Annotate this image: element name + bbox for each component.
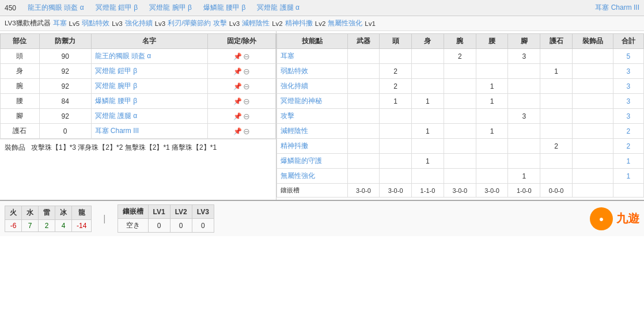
- eq-name-5[interactable]: 耳塞 Charm III: [91, 124, 208, 139]
- skill-name-9: 鑲嵌槽: [277, 184, 348, 198]
- topbar-item3[interactable]: 冥燈龍 腕甲 β: [149, 3, 192, 13]
- topbar-item5[interactable]: 冥燈龍 護腿 α: [257, 3, 300, 13]
- remove-icon-5[interactable]: ⊖: [243, 127, 250, 136]
- skill-arm-4: [444, 109, 476, 124]
- skill-body-6: [412, 139, 444, 154]
- skill-leg-8: 1: [508, 169, 540, 184]
- skill-waist-1: [476, 64, 508, 79]
- remove-icon-0[interactable]: ⊖: [243, 52, 250, 61]
- eq-def-3: 84: [39, 94, 91, 109]
- skill-spirit-level: Lv2: [315, 20, 326, 27]
- pin-icon-3[interactable]: 📌: [233, 97, 242, 105]
- elem-header-2: 雷: [39, 206, 55, 219]
- eq-action-0[interactable]: 📌 ⊖: [208, 49, 276, 64]
- skill-leg-4: 3: [508, 109, 540, 124]
- skills-col-4: 腕: [444, 34, 476, 49]
- topbar-item2[interactable]: 冥燈龍 鎧甲 β: [96, 3, 138, 13]
- pin-icon-1[interactable]: 📌: [233, 67, 242, 75]
- pin-icon-2[interactable]: 📌: [233, 82, 242, 90]
- skill-sharpness-label: 利刃/彈藥節約 攻擊: [168, 19, 226, 28]
- eq-action-4[interactable]: 📌 ⊖: [208, 109, 276, 124]
- skill-waist-7: [476, 154, 508, 169]
- skill-arm-0: 2: [444, 49, 476, 64]
- elem-val-4: -14: [72, 219, 92, 231]
- skills-col-5: 腰: [476, 34, 508, 49]
- eq-name-0[interactable]: 龍王的獨眼 頭盔 α: [91, 49, 208, 64]
- equipment-row: 頭 90 龍王的獨眼 頭盔 α 📌 ⊖: [1, 49, 276, 64]
- skill-arm-8: [444, 169, 476, 184]
- skill-reduce-level: Lv2: [272, 20, 283, 27]
- pin-icon-5[interactable]: 📌: [233, 127, 242, 135]
- skill-weapon-4: [347, 109, 380, 124]
- remove-icon-3[interactable]: ⊖: [243, 97, 250, 106]
- eq-name-1[interactable]: 冥燈龍 鎧甲 β: [91, 64, 208, 79]
- skill-weapon-5: [347, 124, 380, 139]
- skill-body-5: 1: [412, 124, 444, 139]
- equipment-row: 腳 92 冥燈龍 護腿 α 📌 ⊖: [1, 109, 276, 124]
- skill-deco-0: [572, 49, 613, 64]
- skill-leg-7: [508, 154, 540, 169]
- pin-icon-0[interactable]: 📌: [233, 52, 242, 60]
- skill-head-5: [380, 124, 412, 139]
- accessory-value: 攻擊珠【1】*3 渾身珠【2】*2 無擊珠【2】*1 痛擊珠【2】*1: [31, 143, 217, 151]
- skill-total-9: [613, 184, 643, 198]
- logo-area: ● 九遊: [590, 207, 639, 230]
- skill-weapon-7: [347, 154, 380, 169]
- skill-leg-0: 3: [508, 49, 540, 64]
- top-bar: 450 龍王的獨眼 頭盔 α 冥燈龍 鎧甲 β 冥燈龍 腕甲 β 爆鱗龍 腰甲 …: [0, 0, 644, 16]
- equipment-row: 身 92 冥燈龍 鎧甲 β 📌 ⊖: [1, 64, 276, 79]
- col-def: 防禦力: [39, 34, 91, 49]
- logo-text: 九遊: [616, 211, 639, 226]
- skill-total-0: 5: [613, 49, 643, 64]
- eq-action-5[interactable]: 📌 ⊖: [208, 124, 276, 139]
- eq-part-4: 腳: [1, 109, 40, 124]
- skill-body-8: [412, 169, 444, 184]
- skill-weapon-0: [347, 49, 380, 64]
- skills-col-2: 頭: [380, 34, 412, 49]
- skill-earplugs-label: 耳塞: [53, 19, 67, 28]
- right-section: 技能點武器頭身腕腰腳護石裝飾品合計 耳塞235弱點特效213強化持續213冥燈龍…: [276, 31, 644, 200]
- elem-header-1: 水: [22, 206, 39, 219]
- eq-action-2[interactable]: 📌 ⊖: [208, 79, 276, 94]
- topbar-item4[interactable]: 爆鱗龍 腰甲 β: [203, 3, 246, 13]
- skillbar-prefix: LV3獵歡槽武器: [5, 19, 51, 28]
- eq-name-2[interactable]: 冥燈龍 腕甲 β: [91, 79, 208, 94]
- skill-leg-1: [508, 64, 540, 79]
- elem-header-3: 冰: [55, 206, 72, 219]
- equipment-row: 護石 0 耳塞 Charm III 📌 ⊖: [1, 124, 276, 139]
- topbar-item1[interactable]: 龍王的獨眼 頭盔 α: [28, 3, 84, 13]
- skill-charm-6: 2: [540, 139, 573, 154]
- eq-name-3[interactable]: 爆鱗龍 腰甲 β: [91, 94, 208, 109]
- skill-name-7: 爆鱗龍的守護: [277, 154, 348, 169]
- eq-action-1[interactable]: 📌 ⊖: [208, 64, 276, 79]
- accessory-row: 裝飾品 攻擊珠【1】*3 渾身珠【2】*2 無擊珠【2】*1 痛擊珠【2】*1: [0, 139, 276, 156]
- remove-icon-1[interactable]: ⊖: [243, 67, 250, 76]
- eq-action-3[interactable]: 📌 ⊖: [208, 94, 276, 109]
- skill-leg-3: [508, 94, 540, 109]
- skill-noattr-level: Lv1: [365, 20, 376, 27]
- skill-leg-9: 1-0-0: [508, 184, 540, 198]
- skill-head-6: [380, 139, 412, 154]
- remove-icon-2[interactable]: ⊖: [243, 82, 250, 91]
- topbar-num: 450: [5, 4, 16, 12]
- skill-waist-8: [476, 169, 508, 184]
- skill-body-0: [412, 49, 444, 64]
- eq-name-4[interactable]: 冥燈龍 護腿 α: [91, 109, 208, 124]
- skill-leg-6: [508, 139, 540, 154]
- topbar-item6[interactable]: 耳塞 Charm III: [595, 3, 639, 13]
- skill-charm-0: [540, 49, 573, 64]
- pin-icon-4[interactable]: 📌: [233, 112, 242, 120]
- skill-arm-6: [444, 139, 476, 154]
- skill-deco-4: [572, 109, 613, 124]
- skill-deco-1: [572, 64, 613, 79]
- slot-label-th: 鑲嵌槽: [118, 205, 148, 219]
- skill-noattr-label: 無屬性強化: [328, 19, 362, 28]
- remove-icon-4[interactable]: ⊖: [243, 112, 250, 121]
- skill-total-7: 1: [613, 154, 643, 169]
- skill-enhance-level: Lv3: [155, 20, 166, 27]
- skill-body-9: 1-1-0: [412, 184, 444, 198]
- elem-header-4: 龍: [72, 206, 92, 219]
- skill-weapon-6: [347, 139, 380, 154]
- elem-header-0: 火: [5, 206, 22, 219]
- skill-deco-5: [572, 124, 613, 139]
